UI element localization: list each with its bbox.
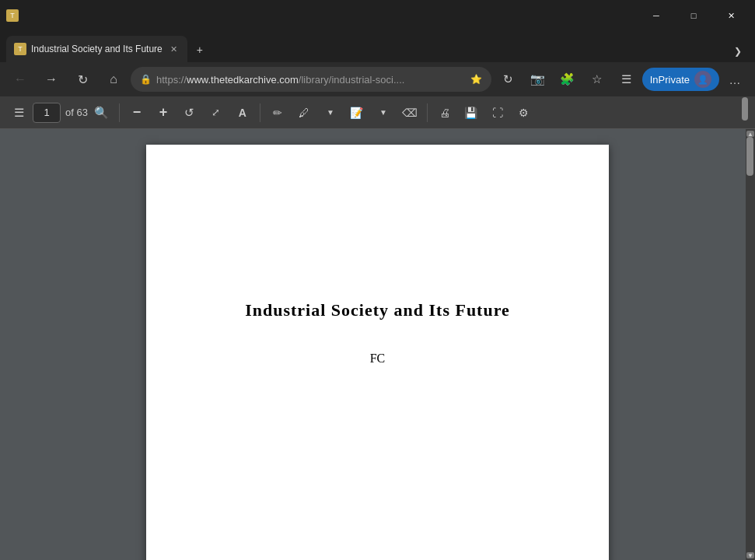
draw-button[interactable]: ✏ [265,100,290,125]
separator-2 [260,103,260,122]
new-tab-button[interactable]: + [187,37,212,62]
erase-button[interactable]: ⌫ [397,100,422,125]
tabs-bar: T Industrial Society and Its Future ✕ + … [0,31,755,62]
home-button[interactable]: ⌂ [100,65,128,93]
pdf-toolbar: ☰ of 63 🔍 − + ↺ ⤢ A ✏ 🖊 ▼ 📝 ▼ ⌫ 🖨 💾 ⛶ ⚙ [0,96,755,129]
zoom-in-button[interactable]: + [151,100,176,125]
highlight-dropdown-button[interactable]: ▼ [318,100,343,125]
nav-bar: ← → ↻ ⌂ 🔒 https://www.thetedkarchive.com… [0,62,755,96]
pdf-author: FC [370,352,386,366]
tab-close-button[interactable]: ✕ [167,42,181,56]
tab-favicon: T [14,43,26,55]
save-button[interactable]: 💾 [459,100,484,125]
search-pdf-button[interactable]: 🔍 [89,100,114,125]
minimize-button[interactable]: ─ [638,3,674,28]
rotate-button[interactable]: ↺ [177,100,202,125]
pdf-document-title: Industrial Society and Its Future [245,300,510,320]
pdf-scrollbar-thumb[interactable] [746,137,753,176]
fit-page-button[interactable]: ⤢ [204,100,229,125]
separator-3 [427,103,428,122]
fullscreen-button[interactable]: ⛶ [485,100,510,125]
window-controls: ─ □ ✕ [638,3,749,28]
separator-1 [119,103,120,122]
annotation-button[interactable]: 📝 [344,100,369,125]
maximize-button[interactable]: □ [676,3,711,28]
scrollbar-thumb[interactable] [742,97,748,121]
highlight-button[interactable]: 🖊 [292,100,316,125]
screenshot-button[interactable]: 📷 [524,65,552,93]
star-address-icon[interactable]: ⭐ [470,74,482,85]
close-button[interactable]: ✕ [713,3,749,28]
pdf-viewer-area: Industrial Society and Its Future FC ▲ ▼ [0,129,755,560]
active-tab[interactable]: T Industrial Society and Its Future ✕ [6,36,187,62]
page-number-input[interactable] [33,103,61,123]
pdf-page: Industrial Society and Its Future FC [146,145,609,560]
reload-button[interactable]: ↻ [495,65,523,93]
print-button[interactable]: 🖨 [432,100,457,125]
settings-button[interactable]: ⚙ [512,100,537,125]
inprivate-label: InPrivate [650,74,690,86]
expand-tabs-button[interactable]: ❯ [727,40,749,62]
extensions-button[interactable]: 🧩 [554,65,582,93]
profile-avatar: 👤 [694,71,711,88]
back-button[interactable]: ← [6,65,34,93]
address-text: https://www.thetedkarchive.com/library/i… [156,74,466,86]
tab-icon: T [6,9,19,22]
address-bar[interactable]: 🔒 https://www.thetedkarchive.com/library… [131,67,491,92]
tab-title: Industrial Society and Its Future [31,44,163,54]
sidebar-toggle-button[interactable]: ☰ [6,100,31,125]
annotation-dropdown-button[interactable]: ▼ [371,100,396,125]
refresh-button[interactable]: ↻ [68,65,96,93]
text-mode-button[interactable]: A [230,100,255,125]
lock-icon: 🔒 [140,74,152,85]
scrollbar-track[interactable] [741,96,749,128]
more-button[interactable]: … [721,65,749,93]
title-bar-left: T [6,9,19,22]
pdf-scrollbar[interactable]: ▲ ▼ [746,129,755,560]
favorites-button[interactable]: ☆ [583,65,611,93]
collections-button[interactable]: ☰ [613,65,641,93]
title-bar: T ─ □ ✕ [0,0,755,31]
forward-button[interactable]: → [37,65,65,93]
inprivate-button[interactable]: InPrivate 👤 [642,68,719,91]
page-total: of 63 [65,107,88,118]
zoom-out-button[interactable]: − [124,100,149,125]
toolbar-right: ↻ 📷 🧩 ☆ ☰ InPrivate 👤 … [495,65,749,93]
